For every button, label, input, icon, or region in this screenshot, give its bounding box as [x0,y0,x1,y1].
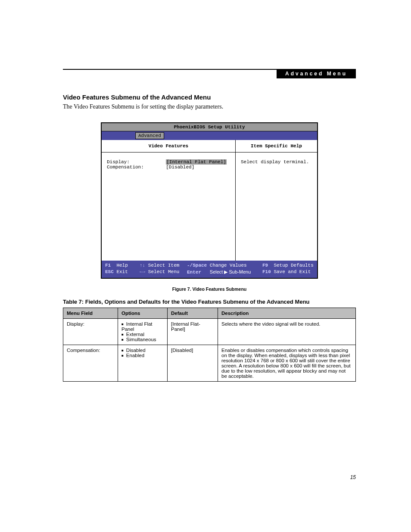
cell-options: Disabled Enabled [118,345,168,381]
opt: Internal Flat Panel [121,321,164,332]
label-exit: Exit [116,269,128,274]
bios-tab-advanced: Advanced [135,132,164,139]
key-f10: F10 [262,269,271,274]
key-esc: ESC [105,269,114,274]
cell-field: Compensation: [63,345,118,381]
section-intro: The Video Features Submenu is for settin… [63,103,356,110]
key-minus-space: -/Space [187,263,207,268]
bios-left-heading: Video Features [102,140,235,152]
cell-default: [Disabled] [168,345,218,381]
key-leftright: ←→ [140,269,145,274]
label-select-submenu: Select ▶ Sub-Menu [210,269,251,274]
bios-field-compensation-value: [Disabled] [166,165,194,170]
cell-options: Internal Flat Panel External Simultaneou… [118,318,168,345]
key-updown: ↑↓ [140,263,145,268]
th-menu-field: Menu Field [63,308,118,318]
bios-field-display-label: Display: [107,159,166,165]
key-enter: Enter [187,270,201,275]
key-f9: F9 [262,263,268,268]
header-rule: Advanced Menu [63,69,356,70]
label-save-exit: Save and Exit [274,269,311,274]
th-description: Description [218,308,356,318]
cell-desc: Selects where the video signal will be r… [218,318,356,345]
cell-default: [Internal Flat-Panel] [168,318,218,345]
bios-tabbar: Advanced [102,131,317,140]
opt: Simultaneous [121,337,164,342]
bios-help-text: Select display terminal. [236,152,317,261]
th-options: Options [118,308,168,318]
bios-field-display-value: [Internal Flat Panel] [166,159,227,165]
bios-field-compensation-label: Compensation: [107,165,166,170]
cell-field: Display: [63,318,118,345]
opt: Enabled [121,353,164,358]
label-setup-defaults: Setup Defaults [274,263,313,268]
th-default: Default [168,308,218,318]
bios-footer: F1 Help ↑↓ Select Item -/Space Change Va… [102,261,317,278]
label-help: Help [116,263,128,268]
bios-title: PhoenixBIOS Setup Utility [102,123,317,131]
key-f1: F1 [105,263,111,268]
figure-caption: Figure 7. Video Features Submenu [63,286,356,292]
header-banner: Advanced Menu [277,69,356,78]
label-select-menu: Select Menu [148,269,180,274]
bios-right-heading: Item Specific Help [236,140,317,152]
cell-desc: Enables or disables compensation which c… [218,345,356,381]
section-heading: Video Features Submenu of the Advanced M… [63,93,356,101]
table-row: Compensation: Disabled Enabled [Disabled… [63,345,356,381]
page-number: 15 [350,474,356,480]
label-select-item: Select Item [148,263,180,268]
table-row: Display: Internal Flat Panel External Si… [63,318,356,345]
feature-table: Menu Field Options Default Description D… [63,308,356,382]
opt: Disabled [121,348,164,353]
table-caption: Table 7: Fields, Options and Defaults fo… [63,299,356,305]
bios-screenshot: PhoenixBIOS Setup Utility Advanced Video… [101,122,318,279]
opt: External [121,332,164,337]
label-change-values: Change Values [210,263,247,268]
